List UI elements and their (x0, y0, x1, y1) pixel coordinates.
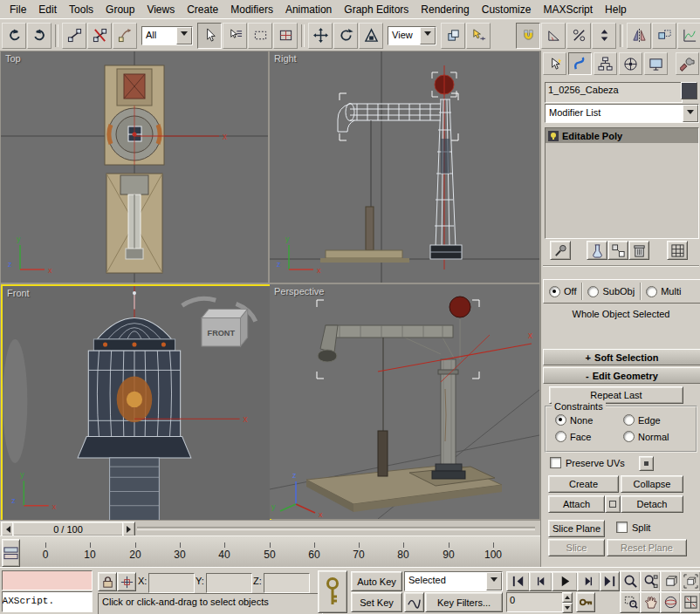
menu-item-rendering[interactable]: Rendering (415, 2, 475, 17)
open-mini-curve-editor-button[interactable] (2, 539, 20, 567)
frame-spinner[interactable] (562, 592, 573, 611)
slice-button[interactable]: Slice (548, 539, 605, 556)
menu-item-group[interactable]: Group (100, 2, 141, 17)
menu-item-graph-editors[interactable]: Graph Editors (338, 2, 415, 17)
show-end-result-button[interactable] (587, 241, 607, 260)
go-to-start-button[interactable] (506, 571, 530, 591)
reference-coordsys-drop-button[interactable] (420, 27, 436, 44)
attach-list-button[interactable] (605, 495, 621, 513)
key-mode-drop-button[interactable] (486, 572, 502, 590)
detach-button[interactable]: Detach (621, 495, 683, 513)
preview-selection-subobj-radio[interactable]: SubObj (582, 286, 640, 297)
make-unique-button[interactable] (607, 241, 628, 260)
viewport-perspective-label[interactable]: Perspective (274, 286, 324, 297)
constraint-normal-radio[interactable]: Normal (623, 431, 669, 442)
set-keys-button[interactable] (318, 570, 347, 613)
modifier-stack-item[interactable]: Editable Poly (546, 128, 698, 143)
preview-selection-multi-radio[interactable]: Multi (641, 286, 686, 297)
viewport-perspective[interactable]: Perspective (270, 284, 539, 519)
time-slider-handle[interactable]: 0 / 100 (12, 522, 124, 536)
preserve-uvs-checkbox[interactable]: Preserve UVs (550, 457, 625, 468)
align-button[interactable] (652, 23, 676, 49)
y-coordinate-field[interactable] (206, 573, 252, 593)
key-mode-toggle-button[interactable] (576, 592, 595, 612)
macro-recorder-pane[interactable] (2, 570, 93, 590)
motion-tab[interactable] (619, 52, 642, 75)
menu-item-create[interactable]: Create (181, 2, 224, 17)
viewport-front-label[interactable]: Front (7, 288, 30, 298)
modifier-list-dropdown[interactable]: Modifier List (545, 104, 699, 123)
configure-modifier-sets-button[interactable] (667, 241, 688, 260)
collapse-button[interactable]: Collapse (621, 475, 683, 493)
menu-item-tools[interactable]: Tools (63, 2, 100, 17)
unlink-selection-button[interactable] (87, 23, 112, 49)
pin-stack-button[interactable] (550, 241, 571, 260)
modifier-visibility-icon[interactable] (548, 131, 559, 141)
go-to-end-button[interactable] (600, 571, 620, 591)
viewport-right-label[interactable]: Right (274, 53, 297, 64)
menu-item-edit[interactable]: Edit (32, 2, 63, 17)
bind-to-space-warp-button[interactable] (113, 23, 137, 49)
viewport-top[interactable]: Top x y x (1, 51, 268, 283)
select-and-rotate-button[interactable] (333, 23, 358, 49)
absolute-mode-button[interactable] (117, 572, 136, 591)
attach-button[interactable]: Attach (548, 495, 605, 513)
spinner-up-button[interactable] (562, 592, 573, 603)
split-checkbox[interactable]: Split (616, 522, 650, 533)
zoom-extents-all-button[interactable] (680, 570, 700, 592)
menu-item-maxscript[interactable]: MAXScript (537, 2, 599, 17)
track-bar[interactable]: 0 10 20 30 40 50 60 70 80 90 100 (0, 536, 540, 568)
current-frame-field[interactable]: 0 (506, 592, 567, 612)
viewport-front[interactable]: Front x FRONT (1, 284, 271, 522)
snaps-toggle-button[interactable] (516, 23, 540, 49)
modifier-list-drop-button[interactable] (683, 105, 698, 122)
use-pivot-point-center-button[interactable] (441, 23, 465, 49)
arc-rotate-button[interactable] (660, 591, 681, 613)
select-by-name-button[interactable] (223, 23, 247, 49)
soft-selection-rollout-header[interactable]: + Soft Selection (543, 349, 700, 365)
maxscript-listener-pane[interactable]: MAXScript. (2, 591, 93, 612)
time-slider-track[interactable] (137, 527, 535, 530)
menu-item-help[interactable]: Help (599, 2, 633, 17)
create-tab[interactable] (543, 52, 566, 75)
menu-item-modifiers[interactable]: Modifiers (224, 2, 279, 17)
utilities-tab[interactable] (676, 52, 699, 75)
constraint-face-radio[interactable]: Face (555, 431, 591, 442)
viewport-top-label[interactable]: Top (5, 53, 21, 64)
zoom-button[interactable] (620, 570, 641, 592)
select-and-link-button[interactable] (62, 23, 86, 49)
set-key-button[interactable]: Set Key (351, 592, 402, 612)
rectangular-selection-region-button[interactable] (248, 23, 272, 49)
constraint-edge-radio[interactable]: Edge (623, 414, 661, 426)
pan-button[interactable] (640, 591, 661, 613)
spinner-down-button[interactable] (562, 603, 573, 613)
selection-filter-drop-button[interactable] (176, 27, 192, 44)
object-color-swatch[interactable] (681, 82, 697, 99)
spinner-snap-button[interactable] (592, 23, 616, 49)
z-coordinate-field[interactable] (264, 573, 310, 593)
key-mode-dropdown[interactable]: Selected (404, 571, 503, 591)
zoom-all-button[interactable] (640, 570, 661, 592)
previous-frame-button[interactable] (529, 571, 552, 591)
key-filters-button[interactable]: Key Filters... (425, 592, 503, 612)
display-tab[interactable] (644, 52, 668, 75)
menu-item-customize[interactable]: Customize (476, 2, 538, 17)
x-coordinate-field[interactable] (148, 573, 195, 593)
undo-button[interactable] (2, 23, 26, 49)
auto-key-button[interactable]: Auto Key (351, 571, 402, 591)
window-crossing-button[interactable] (273, 23, 298, 49)
hierarchy-tab[interactable] (594, 52, 617, 75)
select-and-move-button[interactable] (308, 23, 333, 49)
menu-item-file[interactable]: File (3, 2, 32, 17)
slice-plane-button[interactable]: Slice Plane (548, 520, 605, 537)
zoom-region-button[interactable] (620, 591, 641, 613)
menu-item-views[interactable]: Views (141, 2, 181, 17)
angle-snap-button[interactable] (541, 23, 566, 49)
reference-coordsys-dropdown[interactable]: View (388, 26, 436, 45)
modify-tab[interactable] (568, 52, 592, 75)
select-and-scale-button[interactable] (359, 23, 383, 49)
object-name-field[interactable]: 1_0256_Cabeza (545, 82, 683, 103)
selection-filter-dropdown[interactable]: All (141, 26, 193, 45)
edit-geometry-rollout-header[interactable]: - Edit Geometry (543, 367, 700, 384)
min-max-toggle-button[interactable] (680, 591, 700, 613)
